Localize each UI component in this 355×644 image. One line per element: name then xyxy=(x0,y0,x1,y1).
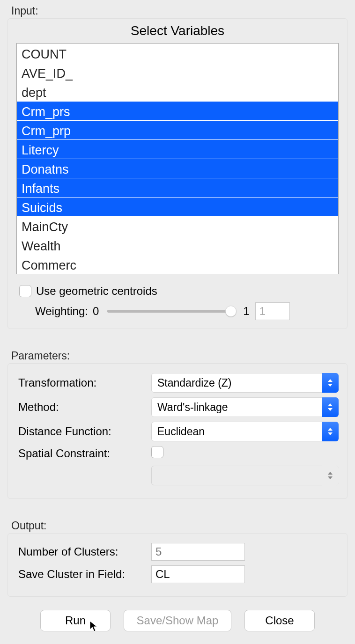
list-item[interactable]: COUNT xyxy=(17,44,338,63)
weighting-max: 1 xyxy=(243,305,249,318)
spatial-label: Spatial Constraint: xyxy=(16,447,151,460)
weighting-row: Weighting: 0 1 xyxy=(35,302,339,320)
use-centroids-row: Use geometric centroids xyxy=(19,285,339,298)
method-value: Ward's-linkage xyxy=(157,401,228,414)
weighting-slider[interactable] xyxy=(107,310,235,313)
weighting-value-input[interactable] xyxy=(255,302,290,320)
list-item[interactable]: dept xyxy=(17,82,338,101)
list-item[interactable]: Crm_prp xyxy=(17,120,338,139)
method-dropdown[interactable]: Ward's-linkage xyxy=(151,397,339,417)
distance-value: Euclidean xyxy=(157,425,205,438)
list-item[interactable]: Wealth xyxy=(17,235,338,255)
list-item[interactable]: Crm_prs xyxy=(17,101,338,120)
transformation-label: Transformation: xyxy=(16,376,151,389)
variables-listbox[interactable]: COUNTAVE_ID_deptCrm_prsCrm_prpLitercyDon… xyxy=(16,43,339,274)
output-panel: Number of Clusters: Save Cluster in Fiel… xyxy=(7,533,348,597)
list-item[interactable]: Suicids xyxy=(17,197,338,216)
input-panel: Select Variables COUNTAVE_ID_deptCrm_prs… xyxy=(7,18,348,329)
select-variables-title: Select Variables xyxy=(16,22,339,41)
parameters-section-label: Parameters: xyxy=(0,345,355,363)
output-section-label: Output: xyxy=(0,515,355,533)
distance-label: Distance Function: xyxy=(16,425,151,438)
list-item[interactable]: Donatns xyxy=(17,159,338,178)
num-clusters-row: Number of Clusters: xyxy=(16,543,339,561)
save-field-row: Save Cluster in Field: xyxy=(16,565,339,583)
method-row: Method: Ward's-linkage xyxy=(16,397,339,417)
list-item[interactable]: Infants xyxy=(17,178,338,197)
button-row: Run Save/Show Map Close xyxy=(0,610,355,631)
num-clusters-input[interactable] xyxy=(151,543,245,561)
input-section-label: Input: xyxy=(0,0,355,18)
list-item[interactable]: Commerc xyxy=(17,255,338,274)
weighting-min: 0 xyxy=(93,305,99,318)
transformation-row: Transformation: Standardize (Z) xyxy=(16,373,339,393)
use-centroids-label: Use geometric centroids xyxy=(36,285,157,298)
chevron-updown-icon xyxy=(322,373,339,393)
parameters-panel: Transformation: Standardize (Z) Method: … xyxy=(7,363,348,499)
chevron-updown-icon xyxy=(322,422,339,441)
spatial-constraint-checkbox[interactable] xyxy=(151,446,163,458)
distance-row: Distance Function: Euclidean xyxy=(16,422,339,441)
chevron-updown-icon xyxy=(322,397,339,417)
use-centroids-checkbox[interactable] xyxy=(19,285,31,297)
weighting-slider-thumb[interactable] xyxy=(225,306,237,317)
spatial-row: Spatial Constraint: xyxy=(16,446,339,461)
method-label: Method: xyxy=(16,401,151,414)
save-show-map-button[interactable]: Save/Show Map xyxy=(124,610,231,631)
distance-dropdown[interactable]: Euclidean xyxy=(151,422,339,441)
run-button[interactable]: Run xyxy=(40,610,111,631)
save-field-label: Save Cluster in Field: xyxy=(16,568,151,581)
list-item[interactable]: Litercy xyxy=(17,139,338,159)
list-item[interactable]: AVE_ID_ xyxy=(17,63,338,82)
spatial-dropdown-row xyxy=(16,466,339,485)
spatial-constraint-dropdown xyxy=(151,466,339,485)
transformation-value: Standardize (Z) xyxy=(157,377,232,389)
list-item[interactable]: MainCty xyxy=(17,216,338,235)
transformation-dropdown[interactable]: Standardize (Z) xyxy=(151,373,339,393)
chevron-updown-icon xyxy=(322,466,339,485)
save-field-input[interactable] xyxy=(151,565,245,583)
num-clusters-label: Number of Clusters: xyxy=(16,545,151,558)
close-button[interactable]: Close xyxy=(244,610,315,631)
weighting-slider-wrap: 0 1 xyxy=(93,302,339,320)
weighting-label: Weighting: xyxy=(35,305,88,318)
